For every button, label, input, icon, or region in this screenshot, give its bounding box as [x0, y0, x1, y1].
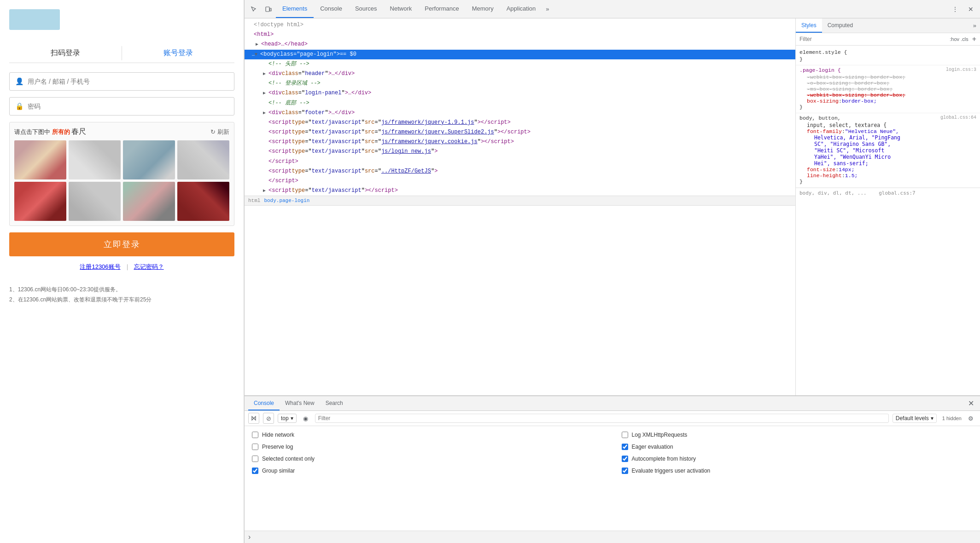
- dom-line-script-close-2[interactable]: </script>: [245, 176, 795, 186]
- forgot-password-link[interactable]: 忘记密码？: [134, 263, 164, 271]
- captcha-img-6[interactable]: [69, 182, 121, 221]
- login-button[interactable]: 立即登录: [9, 232, 234, 256]
- lock-icon: 🔒: [15, 102, 24, 110]
- captcha-img-4[interactable]: [177, 140, 229, 179]
- styles-tab-styles[interactable]: Styles: [796, 18, 822, 33]
- style-prop-font-size: font-size : 14px;: [799, 167, 976, 173]
- console-levels-dropdown[interactable]: Default levels ▾: [892, 414, 937, 423]
- console-settings-panel: Hide network Log XMLHttpRequests Preserv…: [245, 426, 980, 531]
- dom-line-comment-login[interactable]: <!-- 登录区域 -->: [245, 79, 795, 88]
- captcha-instruction: 请点击下图中 所有的 春尺: [14, 127, 86, 137]
- console-close-btn[interactable]: ✕: [965, 398, 976, 409]
- styles-tab-computed[interactable]: Computed: [822, 18, 858, 33]
- style-selector-page-login: .page-login { login.css:3: [799, 67, 976, 73]
- breadcrumb-html[interactable]: html: [248, 198, 260, 203]
- device-toggle-btn[interactable]: [261, 2, 276, 17]
- tab-performance[interactable]: Performance: [418, 0, 465, 18]
- console-context-selector[interactable]: top ▾: [278, 414, 297, 423]
- dom-line-doctype[interactable]: <!doctype html>: [245, 20, 795, 30]
- dom-line-script-close-1[interactable]: </script>: [245, 157, 795, 167]
- log-xmlhttp-checkbox[interactable]: [622, 432, 628, 438]
- more-tabs-btn[interactable]: »: [542, 0, 553, 18]
- password-input[interactable]: [28, 103, 228, 110]
- console-tab-console[interactable]: Console: [248, 396, 280, 410]
- dom-line-body[interactable]: … ▼ <body class="page-login" > == $0: [245, 50, 795, 59]
- preserve-log-checkbox[interactable]: [252, 444, 258, 450]
- dom-line-script-httpzf[interactable]: <script type="text/javascript" src="../H…: [245, 167, 795, 176]
- autocomplete-checkbox[interactable]: [622, 456, 628, 462]
- dom-line-script-inline[interactable]: ▶ <script type="text/javascript" > </scr…: [245, 186, 795, 196]
- settings-row-evaluate-triggers: Evaluate triggers user activation: [622, 466, 973, 476]
- captcha-img-7[interactable]: [123, 182, 175, 221]
- expand-chevron-icon: ›: [248, 533, 251, 541]
- console-tab-bar: Console What's New Search ✕: [245, 396, 980, 411]
- elements-area: <!doctype html> <html> ▶ <head>…</head> …: [245, 18, 980, 396]
- console-area: Console What's New Search ✕ ⊘ top ▾ ◉ De…: [245, 396, 980, 543]
- settings-row-log-xmlhttp: Log XMLHttpRequests: [622, 430, 973, 440]
- svg-rect-1: [270, 8, 271, 11]
- devtools-close-area: ⋮ ✕: [948, 2, 978, 17]
- console-clear-btn[interactable]: [248, 413, 259, 424]
- devtools-close-btn[interactable]: ✕: [963, 2, 978, 17]
- breadcrumb-body[interactable]: body.page-login: [264, 198, 309, 203]
- dom-line-script-login[interactable]: <script type="text/javascript" src="js/l…: [245, 147, 795, 156]
- devtools-more-btn[interactable]: ⋮: [948, 2, 962, 17]
- captcha-img-3[interactable]: [123, 140, 175, 179]
- dom-line-head[interactable]: ▶ <head>…</head>: [245, 40, 795, 49]
- dom-breadcrumb: html body.page-login: [245, 196, 795, 206]
- console-settings-btn[interactable]: ⚙: [965, 413, 976, 424]
- captcha-img-1[interactable]: [14, 140, 66, 179]
- console-filter-input[interactable]: [315, 414, 889, 423]
- console-tab-whats-new[interactable]: What's New: [280, 396, 320, 410]
- captcha-images: [14, 140, 229, 221]
- style-selector-element: element.style {: [799, 49, 976, 55]
- hide-network-checkbox[interactable]: [252, 432, 258, 438]
- styles-filter-input[interactable]: [799, 36, 946, 42]
- dom-line-html[interactable]: <html>: [245, 30, 795, 40]
- styles-tab-more[interactable]: »: [969, 18, 980, 33]
- dom-line-comment-footer[interactable]: <!-- 底部 -->: [245, 98, 795, 108]
- console-toolbar: ⊘ top ▾ ◉ Default levels ▾ 1 hidden ⚙: [245, 411, 980, 426]
- console-hidden-badge: 1 hidden: [942, 416, 962, 421]
- captcha-img-5[interactable]: [14, 182, 66, 221]
- svg-marker-2: [252, 416, 256, 420]
- evaluate-triggers-checkbox[interactable]: [622, 468, 628, 474]
- console-ban-btn[interactable]: ⊘: [263, 413, 274, 424]
- cursor-tool-btn[interactable]: [246, 2, 261, 17]
- styles-filter-pseudo[interactable]: :hov .cls: [950, 36, 968, 42]
- dom-line-script-jquery[interactable]: <script type="text/javascript" src="js/f…: [245, 118, 795, 127]
- tab-application[interactable]: Application: [500, 0, 542, 18]
- tab-elements[interactable]: Elements: [276, 0, 314, 18]
- style-prop-box-sizing: box-sizing : border-box;: [799, 98, 976, 104]
- tab-memory[interactable]: Memory: [466, 0, 500, 18]
- eager-eval-checkbox[interactable]: [622, 444, 628, 450]
- styles-content: element.style { } .page-login { login.cs…: [796, 46, 980, 395]
- add-style-btn[interactable]: +: [972, 35, 976, 43]
- selected-context-checkbox[interactable]: [252, 456, 258, 462]
- styles-panel: Styles Computed » :hov .cls + element.st…: [796, 18, 980, 395]
- username-input[interactable]: [28, 78, 228, 85]
- tab-sources[interactable]: Sources: [349, 0, 384, 18]
- dom-line-header[interactable]: ▶ <div class="header" >…</div>: [245, 69, 795, 79]
- dom-line-comment-head[interactable]: <!-- 头部 -->: [245, 59, 795, 69]
- tab-network[interactable]: Network: [384, 0, 419, 18]
- console-expand-arrow[interactable]: ›: [245, 531, 980, 543]
- dom-line-script-cookie[interactable]: <script type="text/javascript" src="js/f…: [245, 137, 795, 147]
- style-prop-line-height: line-height : 1.5;: [799, 173, 976, 179]
- dom-line-login-panel[interactable]: ▶ <div class="login-panel" >…</div>: [245, 88, 795, 98]
- captcha-img-8[interactable]: [177, 182, 229, 221]
- dom-line-script-superslide[interactable]: <script type="text/javascript" src="js/f…: [245, 127, 795, 137]
- console-eye-btn[interactable]: ◉: [300, 413, 311, 424]
- style-prop-font-family: font-family : "Helvetica Neue",: [799, 128, 976, 134]
- captcha-img-2[interactable]: [69, 140, 121, 179]
- styles-filter-bar: :hov .cls +: [796, 33, 980, 46]
- register-link[interactable]: 注册12306账号: [80, 263, 120, 271]
- tab-console[interactable]: Console: [314, 0, 349, 18]
- group-similar-checkbox[interactable]: [252, 468, 258, 474]
- account-tab[interactable]: 账号登录: [122, 44, 234, 63]
- dom-line-footer[interactable]: ▶ <div class="footer" >…</div>: [245, 108, 795, 118]
- qr-tab[interactable]: 扫码登录: [9, 44, 122, 63]
- refresh-captcha-btn[interactable]: ↻ 刷新: [210, 128, 229, 136]
- chevron-down-icon-levels: ▾: [931, 415, 933, 422]
- console-tab-search[interactable]: Search: [320, 396, 349, 410]
